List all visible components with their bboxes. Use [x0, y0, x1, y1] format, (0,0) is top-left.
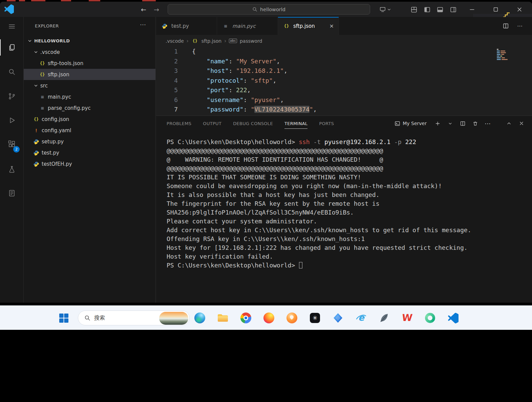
- explorer-section-helloworld[interactable]: HELLOWORLD: [24, 35, 155, 46]
- panel-tab-debug-console[interactable]: DEBUG CONSOLE: [233, 121, 273, 126]
- chrome-icon[interactable]: [236, 308, 255, 327]
- file-explorer-icon[interactable]: [213, 308, 232, 327]
- explorer-item-sftp.json[interactable]: {}sftp.json: [24, 69, 155, 80]
- close-panel-icon[interactable]: [518, 120, 525, 127]
- editor-more-actions-icon[interactable]: ⋯: [515, 21, 524, 30]
- command-center-search[interactable]: helloworld: [168, 4, 370, 15]
- token: ,: [280, 96, 284, 103]
- extensions-icon[interactable]: 2: [4, 136, 20, 152]
- svg-text:e: e: [358, 313, 365, 323]
- explorer-item-test.py[interactable]: test.py: [24, 147, 155, 158]
- toggle-panel-icon[interactable]: [435, 5, 444, 14]
- explorer-item-sftp-tools.json[interactable]: {}sftp-tools.json: [24, 58, 155, 69]
- panel-tab-ports[interactable]: PORTS: [319, 121, 334, 126]
- firefox-icon[interactable]: [259, 308, 278, 327]
- breadcrumb[interactable]: .vscode › {} sftp.json › abc password: [156, 35, 532, 47]
- token: 222: [236, 86, 247, 94]
- terminal-token: It is also possible that a host key has …: [167, 191, 380, 198]
- token: "My Server": [236, 58, 276, 65]
- source-control-icon[interactable]: [4, 88, 20, 104]
- explorer-item-testOfEH.py[interactable]: testOfEH.py: [24, 158, 155, 169]
- file-label: parse_config.pyc: [48, 105, 91, 111]
- code-line[interactable]: 5 "port": 222,: [156, 85, 532, 95]
- orange-browser-icon[interactable]: [282, 308, 301, 327]
- maximize-panel-icon[interactable]: [505, 120, 513, 127]
- explorer-item-.vscode[interactable]: .vscode: [24, 46, 155, 58]
- documents-icon[interactable]: [4, 185, 20, 201]
- code-line[interactable]: 6 "username": "pyuser",: [156, 95, 532, 105]
- toggle-primary-sidebar-icon[interactable]: [423, 5, 431, 14]
- panel-more-actions-icon[interactable]: ⋯: [484, 120, 491, 127]
- green-ring-icon[interactable]: [421, 308, 440, 327]
- close-tab-icon[interactable]: ×: [329, 23, 334, 29]
- breadcrumb-folder[interactable]: .vscode: [166, 38, 184, 44]
- code-line[interactable]: 3 "host": "192.168.2.1",: [156, 66, 532, 76]
- wps-icon[interactable]: W: [398, 308, 417, 327]
- explorer-item-config.yaml[interactable]: !config.yaml: [24, 125, 155, 136]
- terminal-line: Please contact your system administrator…: [167, 217, 527, 226]
- code-line[interactable]: 7 "password": "VL7102243005374",: [156, 105, 532, 115]
- nav-forward-button[interactable]: →: [152, 5, 161, 14]
- start-button[interactable]: [54, 308, 73, 327]
- toggle-secondary-sidebar-icon[interactable]: [449, 5, 457, 14]
- chevron-down-icon[interactable]: [386, 5, 392, 14]
- code-line[interactable]: 1{: [156, 47, 532, 57]
- breadcrumb-file[interactable]: sftp.json: [201, 38, 221, 44]
- token: {: [192, 48, 196, 55]
- remote-indicator-icon[interactable]: [378, 5, 387, 14]
- explorer-item-config.json[interactable]: {}config.json: [24, 114, 155, 125]
- tab-main.pyc[interactable]: ≡main.pyc: [217, 17, 278, 35]
- terminal-token: Offending RSA key in C:\\Users\\ken/.ssh…: [167, 235, 365, 242]
- code-editor[interactable]: 1{2 "name": "My Server",3 "host": "192.1…: [156, 47, 532, 116]
- new-terminal-icon[interactable]: [434, 120, 441, 127]
- tab-test.py[interactable]: test.py: [156, 17, 217, 35]
- file-label: setup.py: [42, 139, 64, 145]
- search-highlight-thumbnail[interactable]: [159, 312, 188, 325]
- menu-icon[interactable]: [4, 18, 20, 35]
- explorer-item-src[interactable]: src: [24, 80, 155, 91]
- run-debug-icon[interactable]: [4, 112, 20, 128]
- terminal-line: @@@@@@@@@@@@@@@@@@@@@@@@@@@@@@@@@@@@@@@@…: [167, 164, 527, 173]
- customize-layout-icon[interactable]: [409, 5, 418, 14]
- blue-kite-icon[interactable]: [328, 308, 347, 327]
- kill-terminal-icon[interactable]: [471, 120, 479, 127]
- panel-tab-terminal[interactable]: TERMINAL: [284, 121, 308, 126]
- taskbar-apps: ✳ e W: [190, 308, 463, 327]
- testing-icon[interactable]: [4, 161, 20, 178]
- panel-tab-output[interactable]: OUTPUT: [203, 121, 221, 126]
- token: :: [243, 106, 251, 113]
- search-view-icon[interactable]: [4, 64, 20, 80]
- code-line[interactable]: 4 "protocol": "sftp",: [156, 76, 532, 86]
- code-line[interactable]: 2 "name": "My Server",: [156, 57, 532, 66]
- token: :: [229, 67, 236, 74]
- internet-explorer-icon[interactable]: e: [352, 308, 370, 327]
- explorer-item-setup.py[interactable]: setup.py: [24, 136, 155, 147]
- terminal-instance-chip[interactable]: My Server: [395, 121, 427, 126]
- explorer-more-actions-icon[interactable]: ⋯: [140, 21, 146, 28]
- line-number: 4: [156, 76, 178, 86]
- terminal-token: Please contact your system administrator…: [167, 218, 317, 225]
- breadcrumb-symbol[interactable]: password: [240, 38, 262, 44]
- tab-sftp.json[interactable]: {}sftp.json×: [278, 17, 339, 35]
- token: ,: [273, 77, 276, 84]
- nav-back-button[interactable]: ←: [139, 5, 148, 14]
- split-terminal-icon[interactable]: [459, 120, 466, 127]
- token: ,: [313, 106, 317, 113]
- python-file-icon: [33, 161, 40, 167]
- minimap[interactable]: [497, 49, 510, 61]
- taskbar-search[interactable]: 搜索: [78, 310, 190, 325]
- token: "port": [207, 86, 229, 94]
- vscode-taskbar-icon[interactable]: [444, 308, 463, 327]
- terminal-profile-chevron-icon[interactable]: [446, 120, 454, 127]
- explorer-item-parse_config.pyc[interactable]: ≡parse_config.pyc: [24, 102, 155, 114]
- explorer-icon[interactable]: [4, 39, 20, 56]
- explorer-item-main.pyc[interactable]: ≡main.pyc: [24, 91, 155, 102]
- split-editor-icon[interactable]: [501, 21, 510, 30]
- chatgpt-icon[interactable]: ✳: [305, 308, 324, 327]
- terminal-line: It is also possible that a host key has …: [167, 190, 527, 199]
- terminal[interactable]: PS C:\Users\ken\Desktop\helloworld> ssh …: [167, 138, 527, 303]
- tab-label: sftp.json: [293, 23, 315, 29]
- edge-icon[interactable]: [190, 308, 209, 327]
- panel-tab-problems[interactable]: PROBLEMS: [167, 121, 191, 126]
- quill-icon[interactable]: [375, 308, 393, 327]
